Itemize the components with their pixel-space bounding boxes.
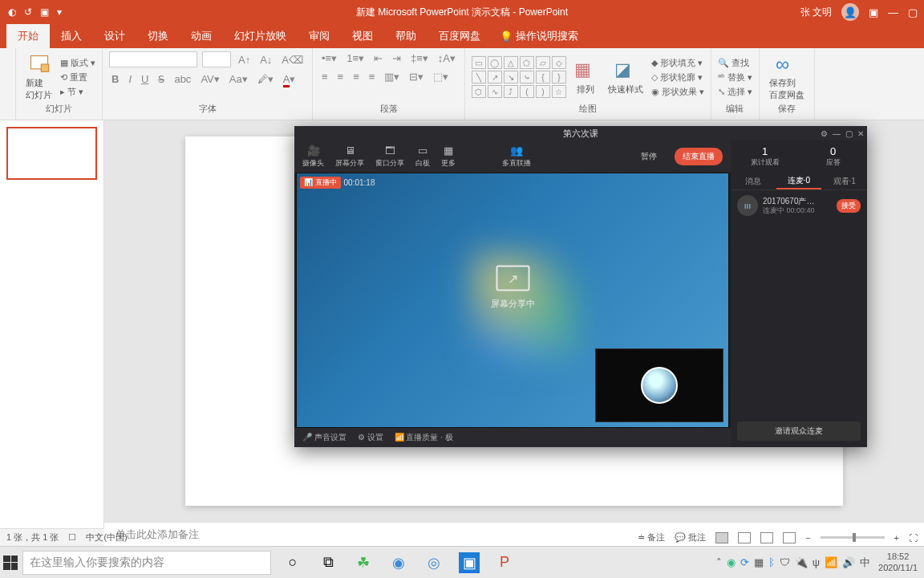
align-text-button[interactable]: ⊟▾ xyxy=(407,70,426,83)
undo-icon[interactable]: ↺ xyxy=(24,6,32,18)
quality-indicator[interactable]: 📶 直播质量 · 极 xyxy=(395,432,453,443)
reset-button[interactable]: ⟲重置 xyxy=(60,71,95,83)
layout-button[interactable]: ▦版式▾ xyxy=(60,57,95,69)
tray-app-icon[interactable]: ▦ xyxy=(754,556,764,568)
pause-button[interactable]: 暂停 xyxy=(634,149,663,165)
spacing-button[interactable]: AV▾ xyxy=(198,72,221,86)
start-button[interactable] xyxy=(3,556,18,570)
tray-sync-icon[interactable]: ⟳ xyxy=(740,556,749,568)
increase-font-icon[interactable]: A↑ xyxy=(236,53,253,67)
font-color-button[interactable]: A▾ xyxy=(281,72,298,86)
tab-transitions[interactable]: 切换 xyxy=(136,24,180,48)
user-name[interactable]: 张 文明 xyxy=(800,6,832,19)
multi-button[interactable]: 👥多直联播 xyxy=(502,144,531,169)
shape-effects-button[interactable]: ◉形状效果▾ xyxy=(651,86,704,98)
tray-bluetooth-icon[interactable]: ᛒ xyxy=(768,556,775,568)
camera-button[interactable]: 🎥摄像头 xyxy=(302,144,324,169)
tab-animations[interactable]: 动画 xyxy=(180,24,223,48)
tab-baidu[interactable]: 百度网盘 xyxy=(428,24,492,48)
browser-icon-2[interactable]: ◎ xyxy=(424,552,444,573)
new-slide-button[interactable]: 新建 幻灯片 xyxy=(22,51,55,103)
tab-slideshow[interactable]: 幻灯片放映 xyxy=(223,24,298,48)
tray-ime-icon[interactable]: 中 xyxy=(860,556,870,570)
highlight-button[interactable]: 🖉▾ xyxy=(255,72,276,86)
ls-maximize-icon[interactable]: ▢ xyxy=(845,129,853,138)
tray-volume-icon[interactable]: 🔊 xyxy=(842,556,855,568)
ribbon-display-options-icon[interactable]: ▣ xyxy=(869,6,878,18)
slideshow-icon[interactable]: ▣ xyxy=(40,6,49,18)
reading-view-button[interactable] xyxy=(760,532,773,543)
shapes-gallery[interactable]: ▭◯△⬠▱◇ ╲↗↘⤷{} ⬡∿⤴()☆ xyxy=(472,56,566,98)
tray-globe-icon[interactable]: ◉ xyxy=(727,556,736,568)
zoom-slider[interactable] xyxy=(821,536,885,539)
shape-fill-button[interactable]: ◆形状填充▾ xyxy=(651,57,704,69)
tab-help[interactable]: 帮助 xyxy=(384,24,428,48)
slide-thumbnails-panel[interactable] xyxy=(0,120,104,528)
shadow-button[interactable]: abc xyxy=(172,72,193,86)
zoom-in-button[interactable]: + xyxy=(894,533,899,543)
stream-settings-button[interactable]: ⚙ 设置 xyxy=(358,432,383,443)
invite-button[interactable]: 邀请观众连麦 xyxy=(737,421,861,441)
autosave-toggle-icon[interactable]: ◐ xyxy=(8,6,16,18)
bullets-button[interactable]: •≡▾ xyxy=(319,51,339,65)
underline-button[interactable]: U xyxy=(139,72,151,86)
tab-review[interactable]: 审阅 xyxy=(298,24,341,48)
comments-toggle-button[interactable]: 💬批注 xyxy=(675,531,706,543)
clock[interactable]: 18:52 2020/11/1 xyxy=(875,552,921,572)
tray-wifi-icon[interactable]: 📶 xyxy=(825,556,837,568)
audio-settings-button[interactable]: 🎤 声音设置 xyxy=(302,432,346,443)
browser-icon-1[interactable]: ◉ xyxy=(388,552,409,573)
user-avatar-icon[interactable]: 👤 xyxy=(841,3,859,21)
accept-mic-button[interactable]: 接受 xyxy=(837,199,861,213)
indent-decrease-button[interactable]: ⇤ xyxy=(371,51,385,65)
tab-design[interactable]: 设计 xyxy=(93,24,136,48)
align-right-button[interactable]: ≡ xyxy=(351,70,362,83)
quick-styles-button[interactable]: ◪ 快速样式 xyxy=(605,58,646,97)
taskview-icon[interactable]: ⧉ xyxy=(318,552,338,573)
cortana-icon[interactable]: ○ xyxy=(282,552,303,573)
align-left-button[interactable]: ≡ xyxy=(319,70,330,83)
select-button[interactable]: ⤡选择▾ xyxy=(718,86,752,98)
tell-me-search[interactable]: 💡 操作说明搜索 xyxy=(492,24,586,48)
text-direction-button[interactable]: ↕A▾ xyxy=(436,51,458,65)
smartart-button[interactable]: ⬚▾ xyxy=(431,70,451,83)
arrange-button[interactable]: ▦ 排列 xyxy=(571,58,600,97)
slide-thumbnail-1[interactable] xyxy=(6,127,97,180)
ls-minimize-icon[interactable]: — xyxy=(833,129,841,138)
spellcheck-icon[interactable]: ☐ xyxy=(68,532,76,543)
tab-watch[interactable]: 观看·1 xyxy=(821,173,867,189)
notes-toggle-button[interactable]: ≐备注 xyxy=(638,531,665,543)
window-share-button[interactable]: 🗔窗口分享 xyxy=(375,144,404,169)
tray-power-icon[interactable]: 🔌 xyxy=(795,556,808,568)
end-stream-button[interactable]: 结束直播 xyxy=(675,148,723,165)
whiteboard-button[interactable]: ▭白板 xyxy=(415,144,430,169)
replace-button[interactable]: ᵃᵇ替换▾ xyxy=(718,71,752,83)
zoom-out-button[interactable]: − xyxy=(805,533,810,543)
taskbar-search-input[interactable]: 在这里输入你要搜索的内容 xyxy=(22,551,271,575)
case-button[interactable]: Aa▾ xyxy=(227,72,250,86)
notes-pane[interactable]: 单击此处添加备注 xyxy=(104,522,924,547)
italic-button[interactable]: I xyxy=(126,72,134,86)
wechat-icon[interactable]: ☘ xyxy=(353,552,374,573)
tab-view[interactable]: 视图 xyxy=(341,24,384,48)
numbering-button[interactable]: 1≡▾ xyxy=(344,51,367,65)
decrease-font-icon[interactable]: A↓ xyxy=(257,53,274,67)
maximize-button[interactable]: ▢ xyxy=(908,6,918,18)
find-button[interactable]: 🔍查找 xyxy=(718,57,752,69)
font-name-combobox[interactable] xyxy=(109,51,197,67)
shape-outline-button[interactable]: ◇形状轮廓▾ xyxy=(651,71,704,83)
minimize-button[interactable]: — xyxy=(888,6,898,18)
normal-view-button[interactable] xyxy=(715,532,728,543)
camera-preview[interactable] xyxy=(595,348,723,422)
ls-settings-icon[interactable]: ⚙ xyxy=(821,129,828,138)
save-to-baidu-button[interactable]: ∞ 保存到 百度网盘 xyxy=(766,51,808,103)
qat-dropdown-icon[interactable]: ▾ xyxy=(57,6,62,18)
line-spacing-button[interactable]: ‡≡▾ xyxy=(408,51,431,65)
tab-messages[interactable]: 消息 xyxy=(731,173,776,189)
screen-share-button[interactable]: 🖥屏幕分享 xyxy=(335,144,364,169)
powerpoint-icon[interactable]: P xyxy=(494,552,515,573)
clear-format-icon[interactable]: A⌫ xyxy=(279,53,306,67)
tab-home[interactable]: 开始 xyxy=(6,24,50,48)
tab-insert[interactable]: 插入 xyxy=(50,24,93,48)
tray-security-icon[interactable]: 🛡 xyxy=(780,556,790,568)
